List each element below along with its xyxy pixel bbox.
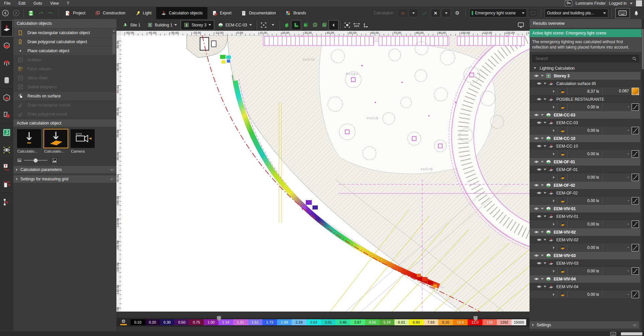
- legend-segment[interactable]: 4.56: [365, 319, 380, 325]
- room-volume-tool-button[interactable]: [1, 90, 12, 106]
- result-row[interactable]: 0.00 lx-: [530, 127, 640, 134]
- tab-calculation-objects[interactable]: Calculation objects: [156, 7, 207, 19]
- search-icon[interactable]: [632, 56, 637, 61]
- active-object-camera-2[interactable]: Camera: [70, 129, 96, 153]
- logged-in-menu[interactable]: Logged in: [609, 1, 627, 6]
- footer-button[interactable]: [621, 332, 642, 335]
- legend-segment[interactable]: 0.75: [189, 319, 204, 325]
- legend-segment[interactable]: 2.62: [306, 319, 321, 325]
- avatar[interactable]: [636, 0, 642, 6]
- result-thumbnail[interactable]: [632, 127, 639, 134]
- calc-space-tool-button[interactable]: [1, 38, 12, 54]
- hierarchy-tool-button[interactable]: [1, 194, 12, 210]
- tree-row-eem-of-02-14[interactable]: EEM-OF-02: [530, 181, 640, 189]
- result-row[interactable]: 0.00 lx-: [530, 290, 640, 298]
- tree-row-eem-viv-02-20[interactable]: EEM-VIV-02: [530, 228, 640, 236]
- active-object-calculatio-0[interactable]: Calculatio...: [17, 129, 42, 153]
- visibility-eye-icon[interactable]: [533, 276, 540, 281]
- wall-add-tool-button[interactable]: [1, 177, 12, 193]
- section-calculation-parameters[interactable]: Calculation parameters: [13, 166, 116, 173]
- notifications-bell-icon[interactable]: [631, 8, 641, 18]
- coordinate-axes-button[interactable]: [361, 20, 371, 30]
- plan-drawing[interactable]: VACIO PLAZA VACIO VACIO: [121, 35, 530, 312]
- expander[interactable]: [550, 199, 557, 202]
- result-row[interactable]: 0.00 lx-: [530, 103, 640, 111]
- result-row[interactable]: 0.00 lx-: [530, 197, 640, 204]
- tree-row-eem-viv-03-24[interactable]: EEM-VIV-03: [530, 259, 642, 267]
- visibility-eye-icon[interactable]: [536, 237, 542, 242]
- expander[interactable]: [542, 262, 548, 264]
- result-row[interactable]: 8.37 lx0.067: [530, 87, 640, 95]
- visibility-eye-icon[interactable]: [533, 112, 540, 117]
- tree-row-eem-cc-03-5[interactable]: EEM-CC-03: [530, 111, 640, 119]
- legend-segment[interactable]: 0.20: [145, 319, 160, 325]
- legend-segment[interactable]: 3.46: [336, 319, 350, 325]
- visibility-eye-icon[interactable]: [536, 81, 542, 86]
- tree-row-eem-cc-10-8[interactable]: EEM-CC-10: [530, 135, 640, 142]
- view-cube-face-button[interactable]: [319, 20, 329, 30]
- tree-row-eem-cc-03-6[interactable]: EEM-CC-03: [530, 119, 642, 127]
- expander[interactable]: [542, 286, 548, 287]
- legend-segment[interactable]: 6.01: [394, 319, 409, 325]
- calculation-settings-gear[interactable]: ⚙: [452, 8, 462, 18]
- legend-segment[interactable]: 0.50: [174, 319, 189, 325]
- legend-segment[interactable]: 5.24: [380, 319, 394, 325]
- tool-draw-polygonal-calculation-object[interactable]: Draw polygonal calculation object: [13, 37, 116, 46]
- legend-segment[interactable]: 3.01: [321, 319, 336, 325]
- slider-thumb[interactable]: [33, 158, 38, 163]
- visibility-eye-icon[interactable]: [533, 253, 540, 258]
- cutout-tool-button[interactable]: [1, 107, 12, 123]
- tree-row-eem-viv-02-21[interactable]: EEM-VIV-02: [530, 236, 642, 244]
- expander[interactable]: [542, 145, 548, 147]
- result-row[interactable]: 0.00 lx-: [530, 267, 640, 275]
- legend-scale[interactable]: 0.100.200.300.500.751.001.141.311.511.73…: [130, 319, 526, 325]
- result-row[interactable]: 0.00 lx-: [530, 244, 640, 251]
- section-settings-for-measuring-grid[interactable]: Settings for measuring grid: [13, 175, 116, 183]
- save-button[interactable]: [26, 8, 36, 18]
- tree-row-eem-viv-03-23[interactable]: EEM-VIV-03: [530, 252, 640, 259]
- expander[interactable]: [550, 90, 557, 93]
- visibility-eye-icon[interactable]: [536, 144, 542, 149]
- expander[interactable]: [542, 216, 548, 217]
- results-scrollbar[interactable]: [642, 19, 644, 331]
- visibility-eye-icon[interactable]: [533, 73, 540, 78]
- tree-row-eem-viv-04-26[interactable]: EEM-VIV-04: [530, 275, 640, 283]
- pin-icon[interactable]: [109, 168, 114, 172]
- legend-segment[interactable]: 0.30: [160, 319, 175, 325]
- tree-row-eem-viv-01-17[interactable]: EEM-VIV-01: [530, 205, 640, 213]
- tree-row-eem-viv-01-18[interactable]: EEM-VIV-01: [530, 213, 642, 220]
- tab-brands[interactable]: Brands: [281, 7, 311, 19]
- selection-frame-button[interactable]: [259, 20, 268, 30]
- cancel-calculation-button[interactable]: ✕: [431, 9, 440, 17]
- expander[interactable]: [540, 114, 545, 116]
- tree-row-posible-restaurante-3[interactable]: POSIBLE RESTAURANTE: [530, 95, 642, 103]
- expander[interactable]: [550, 176, 557, 179]
- tree-row-eem-viv-04-27[interactable]: EEM-VIV-04: [530, 283, 642, 290]
- legend-segment[interactable]: 1.14: [218, 319, 233, 325]
- footer-keyboard-icon[interactable]: [610, 332, 616, 336]
- thumbnail-size-slider[interactable]: [24, 160, 48, 161]
- output-mode-select[interactable]: Outdoor and building pla...: [545, 9, 608, 17]
- pin-icon[interactable]: [632, 323, 637, 327]
- tree-row-calculation-surface-85-1[interactable]: Calculation surface 85: [530, 80, 642, 87]
- view-floorplan-button[interactable]: [291, 20, 301, 30]
- view-cube-wire-button[interactable]: [310, 20, 319, 30]
- menu-help[interactable]: ?: [63, 0, 73, 7]
- back-button[interactable]: [1, 9, 10, 17]
- expander[interactable]: [550, 293, 557, 296]
- visibility-eye-icon[interactable]: [536, 190, 542, 195]
- scroll-thumb[interactable]: [642, 29, 644, 69]
- breadcrumb-storey-3[interactable]: Storey 3: [181, 20, 214, 30]
- tab-construction[interactable]: Construction: [90, 7, 130, 19]
- visibility-eye-icon[interactable]: [533, 230, 540, 235]
- zoom-fit-button[interactable]: [343, 20, 352, 30]
- result-thumbnail[interactable]: [632, 267, 639, 275]
- legend-segment[interactable]: 1.51: [248, 319, 263, 325]
- overview-eye-tool-button[interactable]: [1, 142, 12, 158]
- expander[interactable]: [542, 169, 548, 170]
- visibility-eye-icon[interactable]: [536, 120, 542, 125]
- measure-tool-button[interactable]: [352, 20, 361, 30]
- tab-export[interactable]: Export: [207, 7, 237, 19]
- text-comment-tool-button[interactable]: [1, 160, 12, 175]
- column-tool-button[interactable]: [1, 73, 12, 88]
